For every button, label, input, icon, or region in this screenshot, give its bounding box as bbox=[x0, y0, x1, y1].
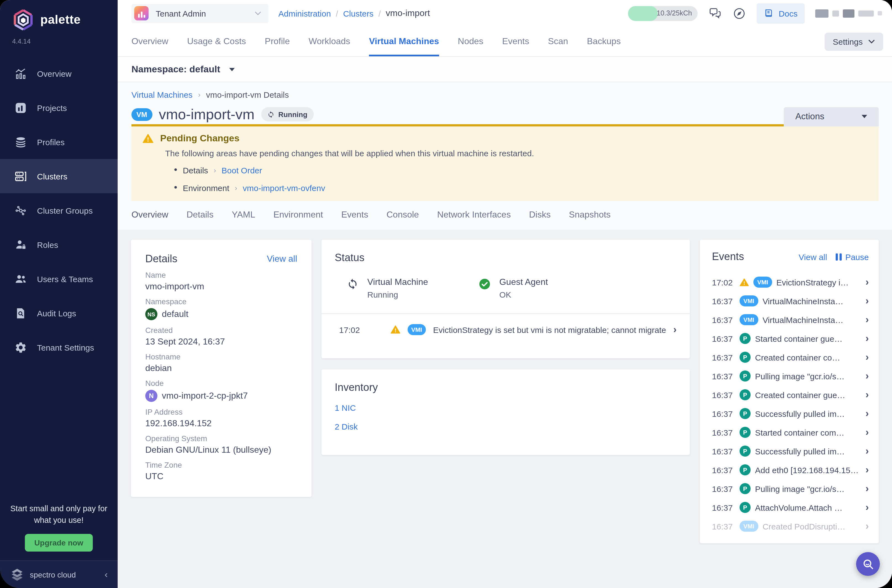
event-row[interactable]: 16:37 P Created container gue… › bbox=[712, 386, 869, 404]
event-row[interactable]: 16:37 P Started container com… › bbox=[712, 423, 869, 442]
event-row[interactable]: 16:37 VMI VirtualMachineInsta… › bbox=[712, 310, 869, 329]
actions-button[interactable]: Actions bbox=[784, 107, 879, 126]
event-row[interactable]: 16:37 P Started container gue… › bbox=[712, 329, 869, 348]
top-bar: Tenant Admin Administration / Clusters /… bbox=[118, 0, 892, 27]
pause-icon bbox=[836, 253, 842, 260]
breadcrumb-administration[interactable]: Administration bbox=[278, 9, 331, 18]
event-row[interactable]: 16:37 P Created container co… › bbox=[712, 348, 869, 367]
events-view-all-link[interactable]: View all bbox=[799, 252, 827, 261]
tab-profile[interactable]: Profile bbox=[265, 27, 290, 56]
breadcrumb-vm-details: vmo-import-vm Details bbox=[206, 90, 289, 99]
vm-tab-network-interfaces[interactable]: Network Interfaces bbox=[437, 210, 511, 226]
tab-scan[interactable]: Scan bbox=[548, 27, 568, 56]
book-icon bbox=[764, 8, 774, 18]
usage-meter: 10.3/25kCh bbox=[628, 6, 698, 21]
pause-label: Pause bbox=[845, 252, 869, 261]
roles-icon bbox=[14, 238, 27, 251]
detail-field-ip: IP Address 192.168.194.152 bbox=[145, 408, 297, 429]
pod-badge: P bbox=[740, 408, 751, 419]
tab-nodes[interactable]: Nodes bbox=[458, 27, 484, 56]
sidebar-item-cluster-groups[interactable]: Cluster Groups bbox=[0, 193, 118, 228]
event-time: 16:37 bbox=[712, 428, 735, 437]
clusters-icon bbox=[14, 170, 27, 183]
vm-tab-console[interactable]: Console bbox=[386, 210, 419, 226]
inventory-disk-link[interactable]: 2 Disk bbox=[335, 422, 677, 431]
upgrade-now-button[interactable]: Upgrade now bbox=[25, 534, 93, 552]
user-menu-redacted[interactable] bbox=[815, 9, 882, 17]
breadcrumb-clusters[interactable]: Clusters bbox=[343, 9, 373, 18]
palette-logo-icon bbox=[12, 9, 34, 31]
vm-tab-overview[interactable]: Overview bbox=[131, 210, 168, 226]
event-text: Started container com… bbox=[755, 428, 861, 437]
sidebar-item-tenant-settings[interactable]: Tenant Settings bbox=[0, 330, 118, 364]
tab-events[interactable]: Events bbox=[502, 27, 529, 56]
chevron-right-icon: › bbox=[865, 502, 869, 512]
sidebar-item-profiles[interactable]: Profiles bbox=[0, 125, 118, 159]
tab-workloads[interactable]: Workloads bbox=[309, 27, 350, 56]
chat-icon[interactable] bbox=[708, 6, 722, 20]
tab-usage-costs[interactable]: Usage & Costs bbox=[187, 27, 246, 56]
event-time: 16:37 bbox=[712, 352, 735, 362]
compass-icon[interactable] bbox=[732, 6, 746, 20]
sidebar-item-projects[interactable]: Projects bbox=[0, 90, 118, 125]
sidebar-item-roles[interactable]: Roles bbox=[0, 228, 118, 262]
search-fab-button[interactable] bbox=[856, 552, 880, 576]
settings-button[interactable]: Settings bbox=[824, 32, 883, 51]
pending-link-boot-order[interactable]: Boot Order bbox=[221, 165, 262, 175]
vm-tab-disks[interactable]: Disks bbox=[529, 210, 551, 226]
sidebar-item-clusters[interactable]: Clusters bbox=[0, 159, 118, 193]
event-row[interactable]: 16:37 P Successfully pulled im… › bbox=[712, 442, 869, 460]
vmi-badge: VMI bbox=[407, 324, 426, 335]
status-card: Status Virtual Machine Running bbox=[321, 240, 690, 358]
chevron-right-icon[interactable]: › bbox=[673, 325, 677, 334]
vm-tab-yaml[interactable]: YAML bbox=[232, 210, 255, 226]
alert-text: EvictionStrategy is set but vmi is not m… bbox=[433, 325, 666, 334]
breadcrumb-virtual-machines[interactable]: Virtual Machines bbox=[131, 90, 192, 99]
status-alert-row[interactable]: 17:02 VMI EvictionStrategy is set but vm… bbox=[335, 314, 677, 335]
sidebar-item-label: Projects bbox=[37, 103, 67, 112]
chevron-down-icon bbox=[868, 39, 875, 44]
docs-button[interactable]: Docs bbox=[757, 3, 805, 24]
event-row[interactable]: 16:37 P Pulling image "gcr.io/s… › bbox=[712, 367, 869, 386]
event-row[interactable]: 16:37 P Pulling image "gcr.io/s… › bbox=[712, 479, 869, 498]
event-row[interactable]: 16:37 VMI Created PodDisrupti… › bbox=[712, 517, 869, 536]
tab-virtual-machines[interactable]: Virtual Machines bbox=[369, 27, 439, 56]
pending-link-ovfenv[interactable]: vmo-import-vm-ovfenv bbox=[243, 183, 325, 192]
status-item-guest-agent: Guest Agent OK bbox=[479, 277, 548, 299]
sidebar-collapse-icon[interactable]: ‹ bbox=[105, 569, 108, 580]
spectro-cloud-logo-icon bbox=[10, 567, 24, 582]
events-card-title: Events bbox=[712, 250, 744, 263]
sidebar-item-label: Overview bbox=[37, 69, 72, 78]
audit-logs-icon bbox=[14, 307, 27, 320]
vm-tab-snapshots[interactable]: Snapshots bbox=[569, 210, 611, 226]
vm-tab-environment[interactable]: Environment bbox=[273, 210, 323, 226]
event-row[interactable]: 16:37 P Add eth0 [192.168.194.15… › bbox=[712, 460, 869, 479]
vm-tab-events[interactable]: Events bbox=[341, 210, 368, 226]
tab-overview[interactable]: Overview bbox=[131, 27, 168, 56]
tenant-selector[interactable]: Tenant Admin bbox=[131, 4, 269, 23]
namespace-selector[interactable]: Namespace: default bbox=[131, 64, 220, 75]
settings-label: Settings bbox=[833, 37, 863, 46]
event-time: 16:37 bbox=[712, 409, 735, 418]
app-version: 4.4.14 bbox=[0, 31, 118, 45]
sidebar-item-label: Users & Teams bbox=[37, 274, 93, 284]
event-row[interactable]: 16:37 VMI VirtualMachineInsta… › bbox=[712, 291, 869, 310]
event-row[interactable]: 16:37 P Successfully pulled im… › bbox=[712, 404, 869, 423]
sidebar-item-users-teams[interactable]: Users & Teams bbox=[0, 262, 118, 296]
sidebar-menu: Overview Projects bbox=[0, 56, 118, 364]
vm-tab-details[interactable]: Details bbox=[186, 210, 213, 226]
pending-change-item: • Environment › vmo-import-vm-ovfenv bbox=[174, 182, 868, 193]
event-row[interactable]: 17:02 VMI EvictionStrategy i… › bbox=[712, 273, 869, 291]
breadcrumb-separator: / bbox=[336, 9, 338, 18]
events-pause-button[interactable]: Pause bbox=[836, 252, 869, 261]
event-time: 16:37 bbox=[712, 390, 735, 399]
actions-label: Actions bbox=[795, 111, 824, 122]
chevron-right-icon: › bbox=[865, 296, 869, 306]
pod-badge: P bbox=[740, 370, 751, 381]
details-view-all-link[interactable]: View all bbox=[267, 254, 297, 264]
sidebar-item-overview[interactable]: Overview bbox=[0, 56, 118, 90]
sidebar-item-audit-logs[interactable]: Audit Logs bbox=[0, 296, 118, 330]
inventory-nic-link[interactable]: 1 NIC bbox=[335, 403, 677, 412]
tab-backups[interactable]: Backups bbox=[587, 27, 621, 56]
event-row[interactable]: 16:37 P AttachVolume.Attach … › bbox=[712, 498, 869, 517]
